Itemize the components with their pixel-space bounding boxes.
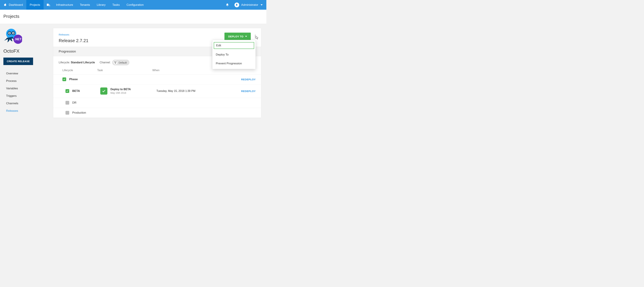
sidenav-process[interactable]: Process [4, 77, 50, 85]
page-title: Projects [4, 14, 263, 19]
svg-point-4 [48, 5, 50, 6]
nav-dashboard-label: Dashboard [9, 3, 23, 7]
task-status-icon [100, 88, 108, 95]
nav-projects[interactable]: Projects [26, 0, 44, 10]
svg-text:.NET: .NET [14, 38, 22, 41]
env-row-dr: DR [53, 98, 261, 108]
project-logo: .NET [4, 28, 22, 45]
sidenav-channels[interactable]: Channels [4, 100, 50, 107]
project-side-nav: Overview Process Variables Triggers Chan… [4, 70, 50, 115]
channel-chip[interactable]: Default [112, 60, 130, 65]
svg-point-15 [255, 35, 256, 36]
bell-icon [226, 3, 229, 7]
nav-library[interactable]: Library [93, 0, 109, 10]
nav-configuration[interactable]: Configuration [123, 0, 147, 10]
nav-projects-label: Projects [30, 3, 40, 7]
release-card: Releases Release 2.7.21 DEPLOY TO [53, 28, 261, 118]
deploy-to-button[interactable]: DEPLOY TO [224, 33, 251, 40]
svg-point-18 [114, 62, 115, 62]
pending-icon [66, 101, 69, 105]
caret-down-icon [260, 4, 262, 6]
phase-row: Phase REDEPLOY [53, 74, 261, 84]
nav-dashboard[interactable]: Dashboard [0, 0, 26, 10]
svg-rect-1 [47, 4, 48, 5]
release-title: Release 2.7.21 [59, 38, 88, 43]
svg-point-19 [116, 62, 116, 62]
nav-user-label: Administrator [241, 3, 258, 7]
col-when: When [152, 69, 256, 72]
task-when: Tuesday, May 15, 2018 1:39 PM [156, 90, 195, 93]
create-release-button[interactable]: CREATE RELEASE [4, 58, 33, 65]
col-lifecycle: Lifecycle [62, 69, 97, 72]
overflow-menu-button[interactable]: Edit Deploy To Prevent Progression [255, 35, 256, 38]
octopus-logo-icon [4, 3, 7, 7]
menu-deploy-to[interactable]: Deploy To [212, 50, 256, 59]
col-task: Task [97, 69, 152, 72]
menu-edit[interactable]: Edit [214, 42, 254, 49]
avatar-icon [234, 3, 239, 7]
overflow-menu: Edit Deploy To Prevent Progression [212, 40, 256, 69]
nav-user-menu[interactable]: Administrator [232, 0, 266, 10]
sidenav-triggers[interactable]: Triggers [4, 92, 50, 100]
breadcrumb-releases[interactable]: Releases [59, 33, 70, 36]
svg-rect-3 [47, 5, 48, 5]
nav-notifications[interactable] [222, 0, 232, 10]
sidenav-variables[interactable]: Variables [4, 85, 50, 92]
search-icon [46, 3, 50, 7]
check-icon [66, 89, 69, 93]
sidenav-overview[interactable]: Overview [4, 70, 50, 77]
svg-rect-2 [47, 5, 48, 5]
check-icon [62, 77, 66, 81]
redeploy-button[interactable]: REDEPLOY [241, 90, 256, 93]
project-name: OctoFX [4, 48, 50, 54]
lifecycle-value: Standard Lifecycle [71, 61, 95, 64]
task-title[interactable]: Deploy to BETA [110, 88, 131, 91]
redeploy-button[interactable]: REDEPLOY [241, 78, 256, 81]
progression-table-header: Lifecycle Task When [53, 69, 261, 74]
pending-icon [66, 111, 69, 115]
caret-down-icon [245, 36, 247, 37]
env-row-beta: BETA Deploy to BETA May 15th 2018 Tuesda… [53, 84, 261, 98]
svg-point-12 [13, 33, 14, 34]
mouse-cursor-icon [256, 36, 259, 40]
svg-point-9 [9, 33, 10, 34]
project-sidebar: .NET OctoFX CREATE RELEASE Overview Proc… [0, 24, 53, 121]
nav-infrastructure[interactable]: Infrastructure [53, 0, 76, 10]
svg-line-5 [50, 6, 50, 6]
svg-point-20 [115, 63, 116, 64]
nav-tasks[interactable]: Tasks [109, 0, 123, 10]
nav-search[interactable] [44, 0, 53, 10]
sidenav-releases[interactable]: Releases [4, 107, 50, 115]
env-row-production: Production [53, 108, 261, 118]
menu-prevent-progression[interactable]: Prevent Progression [212, 59, 256, 68]
top-nav: Dashboard Projects Infrastructure Tenant… [0, 0, 266, 10]
page-titlebar: Projects [0, 10, 266, 24]
task-subtitle: May 15th 2018 [110, 92, 131, 94]
branch-icon [114, 61, 117, 64]
nav-tenants[interactable]: Tenants [76, 0, 94, 10]
